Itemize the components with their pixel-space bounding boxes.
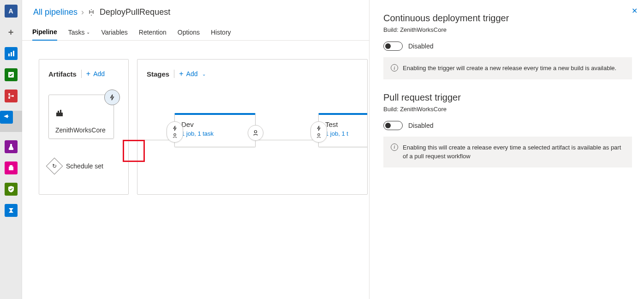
svg-point-5 xyxy=(8,97,10,99)
nav-artifacts-icon[interactable] xyxy=(5,161,18,174)
add-stage-button[interactable]: + Add ⌄ xyxy=(179,70,206,78)
artifact-name: ZenithWorksCore xyxy=(55,126,108,134)
svg-point-13 xyxy=(174,134,176,136)
add-artifact-button[interactable]: + Add xyxy=(86,70,105,78)
left-nav-rail: A + xyxy=(0,0,22,299)
pr-trigger-title: Pull request trigger xyxy=(383,92,632,103)
main-area: All pipelines › DeployPullRequest Save +… xyxy=(22,0,644,299)
info-icon: i xyxy=(391,64,398,72)
nav-extensions-icon[interactable] xyxy=(5,204,18,217)
postdeploy-conditions-button[interactable] xyxy=(248,125,263,141)
tab-tasks[interactable]: Tasks⌄ xyxy=(68,24,90,41)
artifacts-title: Artifacts xyxy=(48,70,77,78)
svg-rect-11 xyxy=(58,111,59,113)
stage-card-test[interactable]: Test 1 job, 1 t xyxy=(318,113,368,147)
tab-pipeline[interactable]: Pipeline xyxy=(32,24,57,41)
stages-title: Stages xyxy=(147,70,169,78)
nav-security-icon[interactable] xyxy=(5,183,18,196)
nav-boards-icon[interactable] xyxy=(5,68,18,81)
svg-rect-12 xyxy=(60,110,61,113)
cd-trigger-title: Continuous deployment trigger xyxy=(383,13,632,24)
breadcrumb-current: DeployPullRequest xyxy=(100,7,170,17)
svg-point-15 xyxy=(318,134,320,136)
stage-card-dev[interactable]: Dev 1 job, 1 task xyxy=(174,113,256,147)
artifact-card[interactable]: ZenithWorksCore xyxy=(48,95,114,139)
svg-point-6 xyxy=(12,95,14,97)
artifact-trigger-button[interactable] xyxy=(104,90,120,105)
nav-testplans-icon[interactable] xyxy=(5,140,18,153)
nav-repos-icon[interactable] xyxy=(5,90,18,102)
pr-trigger-toggle[interactable] xyxy=(383,121,403,130)
svg-rect-0 xyxy=(8,54,10,56)
nav-dashboard-icon[interactable] xyxy=(5,47,18,60)
stage-jobs-link[interactable]: 1 job, 1 t xyxy=(325,130,368,137)
cd-trigger-info: i Enabling the trigger will create a new… xyxy=(383,57,632,79)
stage-name: Dev xyxy=(181,120,249,128)
chevron-down-icon: ⌄ xyxy=(86,30,90,35)
info-icon: i xyxy=(391,144,398,151)
tab-options[interactable]: Options xyxy=(178,24,200,41)
close-icon[interactable]: ✕ xyxy=(632,6,638,15)
divider xyxy=(81,70,82,78)
pr-trigger-state: Disabled xyxy=(408,122,433,129)
stage-name: Test xyxy=(325,120,368,128)
org-avatar[interactable]: A xyxy=(5,5,18,18)
plus-icon: + xyxy=(86,70,90,78)
artifacts-panel: Artifacts + Add ZenithWorksCore ↻ Schedu… xyxy=(39,59,129,195)
pipeline-type-icon xyxy=(88,8,96,16)
svg-point-14 xyxy=(254,131,256,133)
svg-point-4 xyxy=(8,93,10,95)
cd-trigger-state: Disabled xyxy=(408,42,433,50)
tab-variables[interactable]: Variables xyxy=(101,24,127,41)
breadcrumb-root[interactable]: All pipelines xyxy=(33,7,78,17)
trigger-flyout-panel: ✕ Continuous deployment trigger Build: Z… xyxy=(369,0,644,299)
plus-icon: + xyxy=(179,70,183,78)
tab-retention[interactable]: Retention xyxy=(139,24,167,41)
svg-rect-10 xyxy=(56,113,63,116)
breadcrumb-separator: › xyxy=(81,7,84,17)
cd-trigger-toggle[interactable] xyxy=(383,42,403,51)
add-project-icon[interactable]: + xyxy=(5,26,18,39)
divider xyxy=(174,70,174,78)
predeploy-conditions-button[interactable] xyxy=(167,121,183,143)
schedule-row[interactable]: ↻ Schedule set xyxy=(48,160,119,172)
pr-trigger-subtitle: Build: ZenithWorksCore xyxy=(383,106,632,113)
svg-rect-2 xyxy=(13,51,14,56)
schedule-label: Schedule set xyxy=(66,162,103,170)
tab-history[interactable]: History xyxy=(211,24,231,41)
breadcrumb: All pipelines › DeployPullRequest xyxy=(33,7,170,17)
svg-rect-7 xyxy=(9,167,13,170)
schedule-icon: ↻ xyxy=(46,158,63,175)
stage-jobs-link[interactable]: 1 job, 1 task xyxy=(181,130,249,137)
stages-panel: Stages + Add ⌄ Dev 1 job, 1 task xyxy=(137,59,368,195)
pr-trigger-info: i Enabling this will create a release ev… xyxy=(383,137,632,167)
predeploy-conditions-button[interactable] xyxy=(310,121,327,143)
nav-pipelines-icon[interactable] xyxy=(0,111,22,132)
build-icon xyxy=(55,109,64,117)
svg-rect-8 xyxy=(10,165,12,167)
svg-rect-1 xyxy=(11,52,12,56)
chevron-down-icon: ⌄ xyxy=(202,72,206,77)
cd-trigger-subtitle: Build: ZenithWorksCore xyxy=(383,26,632,33)
